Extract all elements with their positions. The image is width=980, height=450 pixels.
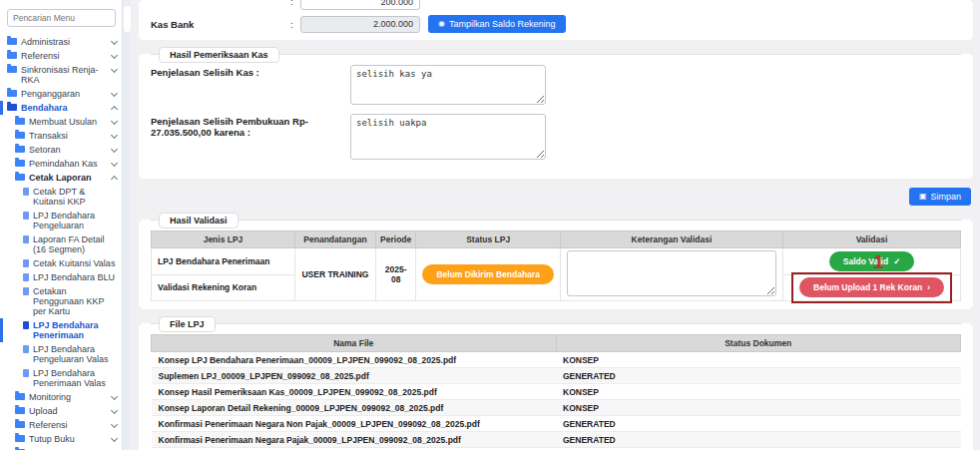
folder-icon	[15, 407, 25, 414]
sidebar-item-administrasi[interactable]: Administrasi	[0, 35, 122, 49]
chevron-down-icon	[111, 421, 118, 428]
hasil-pemeriksaan-card: Hasil Pemeriksaan Kas Penjelasan Selisih…	[139, 54, 973, 179]
kas-bank-row: Kas Bank : ◉ Tampilkan Saldo Rekening	[151, 15, 961, 33]
document-icon	[23, 321, 29, 329]
sidebar-item-lpj-bendahara-pengeluaran-valas[interactable]: LPJ Bendahara Pengeluaran Valas	[0, 342, 122, 366]
chevron-down-icon	[111, 66, 118, 73]
file-name: Konfirmasi Penerimaan Negara Non Pajak_0…	[152, 416, 557, 432]
sidebar-item-label: Cetakan Penggunaan KKP per Kartu	[33, 286, 118, 316]
sidebar-item-label: LPJ Bendahara Pengeluaran Valas	[33, 344, 118, 364]
chevron-down-icon	[111, 132, 118, 139]
chevron-down-icon	[111, 38, 118, 45]
file-row[interactable]: Suplemen LPJ_00009_LPJPEN_099092_08_2025…	[152, 368, 961, 384]
saldo-amount-input[interactable]	[300, 0, 420, 10]
sidebar-item-sinkronisasi-renja-rka[interactable]: Sinkronisasi Renja-RKA	[0, 63, 122, 87]
validasi-table: Jenis LPJ Penandatangan Periode Status L…	[151, 230, 961, 301]
jenis-lpj-cell: Validasi Rekening Koran	[152, 274, 295, 301]
sidebar-item-monitoring[interactable]: Monitoring	[0, 390, 122, 404]
folder-icon	[15, 160, 25, 167]
file-row[interactable]: Konsep Hasil Pemeriksaan Kas_00009_LPJPE…	[152, 384, 961, 400]
sidebar-item-cetak-dpt-kuitansi-kkp[interactable]: Cetak DPT & Kuitansi KKP	[0, 185, 122, 209]
file-row[interactable]: Konsep LPJ Bendahara Penerimaan_00009_LP…	[152, 352, 961, 368]
sidebar-item-summary[interactable]: Summary	[0, 446, 122, 450]
folder-icon	[7, 66, 17, 73]
sidebar-item-label: Referensi	[21, 51, 108, 61]
main-content: : Kas Bank : ◉ Tampilkan Saldo Rekening …	[131, 0, 980, 450]
validasi-cell: Belum Upload 1 Rek Koran ›	[783, 274, 961, 301]
sidebar-item-label: LPJ Bendahara Penerimaan Valas	[33, 368, 118, 388]
folder-icon	[15, 435, 25, 442]
table-row: LPJ Bendahara Penerimaan USER TRAINING 2…	[152, 248, 961, 275]
sidebar-item-label: LPJ Bendahara Penerimaan	[33, 320, 118, 340]
selisih-kas-label: Penjelasan Selisih Kas :	[151, 65, 350, 105]
scrollbar-thumb[interactable]	[124, 6, 131, 32]
folder-icon	[15, 421, 25, 428]
file-row[interactable]: Konsep Laporan Detail Rekening_00009_LPJ…	[152, 400, 961, 416]
chevron-up-icon	[111, 106, 118, 113]
check-icon: ✓	[893, 256, 900, 266]
sidebar-item-label: Bendahara	[21, 103, 108, 113]
selisih-kas-textarea[interactable]: selisih kas ya	[350, 65, 546, 105]
chevron-right-icon: ›	[927, 282, 930, 292]
sidebar-item-penganggaran[interactable]: Penganggaran	[0, 87, 122, 101]
eye-icon: ◉	[438, 20, 445, 28]
sidebar-item-label: Cetak Laporan	[29, 173, 108, 183]
sidebar-item-label: Pemindahan Kas	[29, 159, 108, 169]
file-table: Nama File Status Dokumen Konsep LPJ Bend…	[151, 334, 961, 448]
kas-bank-label: Kas Bank	[151, 19, 290, 30]
sidebar-item-lpj-bendahara-blu[interactable]: LPJ Bendahara BLU	[0, 270, 122, 284]
keterangan-validasi-textarea[interactable]	[567, 250, 776, 296]
sidebar-item-lpj-bendahara-penerimaan-valas[interactable]: LPJ Bendahara Penerimaan Valas	[0, 366, 122, 390]
folder-icon	[15, 118, 25, 125]
chevron-down-icon	[111, 52, 118, 59]
sidebar-item-setoran[interactable]: Setoran	[0, 143, 122, 157]
folder-icon	[15, 174, 25, 181]
sidebar-item-laporan-fa-detail-16-segmen[interactable]: Laporan FA Detail (16 Segmen)	[0, 232, 122, 256]
sidebar-item-label: LPJ Bendahara Pengeluaran	[33, 211, 118, 230]
sidebar-item-lpj-bendahara-penerimaan[interactable]: LPJ Bendahara Penerimaan	[0, 318, 122, 342]
selisih-pembukuan-textarea[interactable]: selisih uakpa	[350, 114, 546, 160]
sidebar-item-cetak-kuitansi-valas[interactable]: Cetak Kuitansi Valas	[0, 256, 122, 270]
kas-bank-input	[300, 16, 420, 33]
document-icon	[23, 259, 29, 267]
belum-upload-rek-koran-button[interactable]: Belum Upload 1 Rek Koran ›	[799, 277, 944, 297]
file-name: Suplemen LPJ_00009_LPJPEN_099092_08_2025…	[152, 368, 557, 384]
sidebar-item-referensi[interactable]: Referensi	[0, 418, 122, 432]
sidebar-item-cetakan-penggunaan-kkp-per-kartu[interactable]: Cetakan Penggunaan KKP per Kartu	[0, 284, 122, 318]
selisih-kas-row: Penjelasan Selisih Kas : selisih kas ya	[151, 65, 961, 105]
saldo-valid-button[interactable]: Saldo Valid ✓	[829, 251, 914, 271]
sidebar-item-upload[interactable]: Upload	[0, 404, 122, 418]
sidebar-item-referensi[interactable]: Referensi	[0, 49, 122, 63]
menu-search-input[interactable]	[7, 9, 116, 27]
sidebar-item-lpj-bendahara-pengeluaran[interactable]: LPJ Bendahara Pengeluaran	[0, 209, 122, 232]
penandatangan-cell: USER TRAINING	[295, 248, 376, 301]
sidebar-item-label: Administrasi	[21, 37, 108, 47]
sidebar-item-pemindahan-kas[interactable]: Pemindahan Kas	[0, 157, 122, 171]
selisih-pembukuan-label: Penjelasan Selisih Pembukuan Rp-27.035.5…	[151, 114, 350, 160]
sidebar-item-label: Monitoring	[29, 392, 108, 402]
column-header: Nama File	[152, 335, 557, 352]
simpan-button[interactable]: ▣ Simpan	[909, 188, 971, 206]
sidebar-item-membuat-usulan[interactable]: Membuat Usulan	[0, 115, 122, 129]
file-status: GENERATED	[556, 432, 961, 448]
status-lpj-cell: Belum Dikirim Bendahara	[416, 248, 560, 301]
sidebar-item-label: Cetak Kuitansi Valas	[33, 258, 118, 268]
sidebar-item-tutup-buku[interactable]: Tutup Buku	[0, 432, 122, 446]
app-window: AdministrasiReferensiSinkronisasi Renja-…	[0, 0, 980, 450]
document-icon	[23, 345, 29, 353]
file-name: Konsep LPJ Bendahara Penerimaan_00009_LP…	[152, 352, 557, 368]
folder-icon	[15, 132, 25, 139]
file-row[interactable]: Konfirmasi Penerimaan Negara Non Pajak_0…	[152, 416, 961, 432]
sidebar-scrollbar[interactable]	[122, 0, 131, 450]
document-icon	[23, 287, 29, 295]
sidebar-item-cetak-laporan[interactable]: Cetak Laporan	[0, 171, 122, 185]
file-row[interactable]: Konfirmasi Penerimaan Negara Pajak_00009…	[152, 432, 961, 448]
sidebar-item-label: Transaksi	[29, 131, 108, 141]
simpan-row: ▣ Simpan	[139, 185, 971, 206]
tampilkan-saldo-button[interactable]: ◉ Tampilkan Saldo Rekening	[428, 15, 566, 33]
sidebar: AdministrasiReferensiSinkronisasi Renja-…	[0, 0, 122, 450]
column-header: Validasi	[783, 231, 961, 248]
sidebar-item-bendahara[interactable]: Bendahara	[0, 101, 122, 115]
sidebar-item-transaksi[interactable]: Transaksi	[0, 129, 122, 143]
chevron-down-icon	[111, 146, 118, 153]
